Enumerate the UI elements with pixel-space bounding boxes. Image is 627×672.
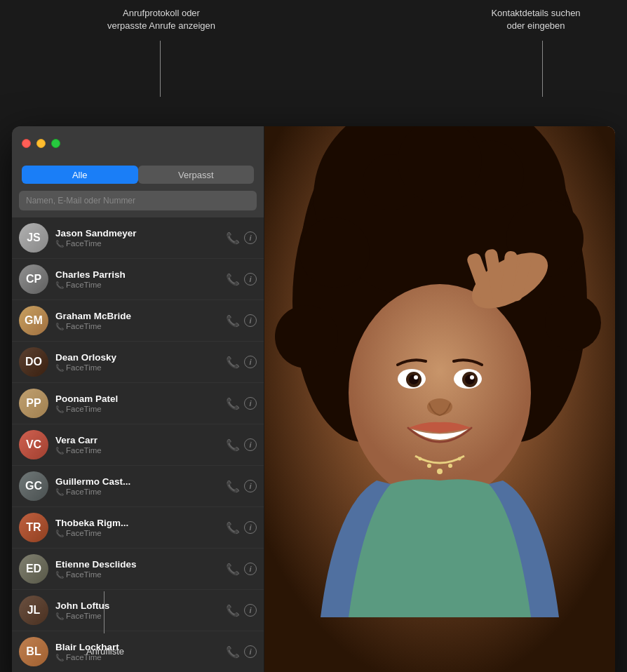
contact-name-thobeka: Thobeka Rigm... [55, 518, 226, 528]
contact-actions-dean: 📞 i [226, 356, 257, 369]
call-button-jason[interactable]: 📞 [226, 231, 240, 245]
contact-avatar-charles: CP [19, 264, 48, 294]
contact-name-etienne: Etienne Desclides [55, 559, 226, 570]
call-button-thobeka[interactable]: 📞 [226, 521, 240, 535]
info-button-guillermo[interactable]: i [244, 480, 257, 492]
phone-icon-graham: 📞 [55, 323, 64, 330]
svg-point-10 [545, 295, 601, 351]
contact-actions-jason: 📞 i [226, 231, 257, 245]
contact-actions-charles: 📞 i [226, 273, 257, 286]
info-button-vera[interactable]: i [244, 438, 257, 451]
contact-subtitle-poonam: 📞 FaceTime [55, 405, 226, 413]
contact-subtitle-etienne: 📞 FaceTime [55, 570, 226, 579]
contact-subtitle-charles: 📞 FaceTime [55, 281, 226, 289]
contact-info-graham: Graham McBride 📞 FaceTime [55, 311, 226, 330]
info-button-graham[interactable]: i [244, 314, 257, 327]
contact-name-vera: Vera Carr [55, 435, 226, 445]
contact-item-graham[interactable]: GM Graham McBride 📞 FaceTime 📞 i [12, 300, 264, 342]
call-button-vera[interactable]: 📞 [226, 438, 240, 452]
left-panel: Alle Verpasst JS Jason Sandmeyer 📞 FaceT… [12, 126, 264, 672]
contact-avatar-jason: JS [19, 223, 48, 253]
portrait-svg [264, 126, 615, 672]
info-button-john[interactable]: i [244, 604, 257, 617]
phone-icon-guillermo: 📞 [55, 488, 64, 496]
contact-info-poonam: Poonam Patel 📞 FaceTime [55, 394, 226, 413]
contact-name-dean: Dean Orlosky [55, 352, 226, 363]
titlebar [12, 126, 264, 160]
phone-icon-vera: 📞 [55, 447, 64, 455]
call-button-graham[interactable]: 📞 [226, 314, 240, 328]
phone-icon-jason: 📞 [55, 240, 64, 248]
tab-missed[interactable]: Verpasst [138, 166, 255, 184]
phone-icon-poonam: 📞 [55, 405, 64, 413]
contact-item-john[interactable]: JL John Loftus 📞 FaceTime 📞 i [12, 590, 264, 631]
tab-all[interactable]: Alle [22, 166, 138, 184]
minimize-button[interactable] [36, 139, 46, 148]
contact-info-dean: Dean Orlosky 📞 FaceTime [55, 352, 226, 372]
contact-avatar-poonam: PP [19, 389, 48, 418]
contact-item-charles[interactable]: CP Charles Parrish 📞 FaceTime 📞 i [12, 259, 264, 300]
info-button-jason[interactable]: i [244, 231, 257, 244]
svg-point-28 [437, 469, 443, 474]
call-button-guillermo[interactable]: 📞 [226, 480, 240, 493]
contact-actions-blair: 📞 i [226, 645, 257, 659]
info-button-charles[interactable]: i [244, 273, 257, 285]
close-button[interactable] [22, 139, 31, 148]
contact-name-guillermo: Guillermo Cast... [55, 476, 226, 487]
contact-subtitle-graham: 📞 FaceTime [55, 322, 226, 330]
contact-name-charles: Charles Parrish [55, 269, 226, 280]
call-button-john[interactable]: 📞 [226, 604, 240, 617]
search-input[interactable] [19, 191, 257, 210]
annotation-line-right [542, 41, 543, 97]
maximize-button[interactable] [51, 139, 60, 148]
contact-actions-graham: 📞 i [226, 314, 257, 328]
contact-item-etienne[interactable]: ED Etienne Desclides 📞 FaceTime 📞 i [12, 549, 264, 590]
info-button-blair[interactable]: i [244, 645, 257, 658]
info-button-etienne[interactable]: i [244, 563, 257, 575]
contact-avatar-vera: VC [19, 430, 48, 459]
contact-item-thobeka[interactable]: TR Thobeka Rigm... 📞 FaceTime 📞 i [12, 507, 264, 549]
contact-item-dean[interactable]: DO Dean Orlosky 📞 FaceTime 📞 i [12, 342, 264, 383]
contact-info-charles: Charles Parrish 📞 FaceTime [55, 269, 226, 289]
facetime-window: Alle Verpasst JS Jason Sandmeyer 📞 FaceT… [12, 126, 615, 672]
contact-avatar-etienne: ED [19, 554, 48, 584]
info-button-thobeka[interactable]: i [244, 521, 257, 534]
svg-point-29 [427, 464, 431, 468]
contact-info-guillermo: Guillermo Cast... 📞 FaceTime [55, 476, 226, 496]
contact-avatar-guillermo: GC [19, 471, 48, 501]
contact-actions-poonam: 📞 i [226, 397, 257, 410]
contact-item-guillermo[interactable]: GC Guillermo Cast... 📞 FaceTime 📞 i [12, 466, 264, 507]
contact-avatar-dean: DO [19, 347, 48, 377]
call-button-dean[interactable]: 📞 [226, 356, 240, 369]
phone-icon-john: 📞 [55, 612, 64, 620]
call-button-poonam[interactable]: 📞 [226, 397, 240, 410]
contact-actions-guillermo: 📞 i [226, 480, 257, 493]
contact-item-vera[interactable]: VC Vera Carr 📞 FaceTime 📞 i [12, 424, 264, 466]
call-button-charles[interactable]: 📞 [226, 273, 240, 286]
contact-info-thobeka: Thobeka Rigm... 📞 FaceTime [55, 518, 226, 537]
phone-icon-dean: 📞 [55, 364, 64, 372]
contact-info-john: John Loftus 📞 FaceTime [55, 600, 226, 620]
contact-avatar-graham: GM [19, 306, 48, 335]
annotation-bottom: Anrufliste [35, 645, 175, 658]
annotation-top-left: Anrufprotokoll oderverpasste Anrufe anze… [91, 7, 231, 32]
contact-info-vera: Vera Carr 📞 FaceTime [55, 435, 226, 455]
info-button-dean[interactable]: i [244, 356, 257, 368]
contact-info-jason: Jason Sandmeyer 📞 FaceTime [55, 228, 226, 248]
call-button-blair[interactable]: 📞 [226, 645, 240, 659]
contact-subtitle-john: 📞 FaceTime [55, 612, 226, 620]
contact-actions-thobeka: 📞 i [226, 521, 257, 535]
contact-avatar-thobeka: TR [19, 513, 48, 542]
contact-item-jason[interactable]: JS Jason Sandmeyer 📞 FaceTime 📞 i [12, 217, 264, 259]
contact-name-john: John Loftus [55, 600, 226, 611]
call-button-etienne[interactable]: 📞 [226, 563, 240, 576]
contact-info-etienne: Etienne Desclides 📞 FaceTime [55, 559, 226, 579]
contact-item-poonam[interactable]: PP Poonam Patel 📞 FaceTime 📞 i [12, 383, 264, 424]
contact-actions-vera: 📞 i [226, 438, 257, 452]
tabs-area: Alle Verpasst [12, 160, 264, 191]
svg-point-20 [414, 375, 418, 379]
info-button-poonam[interactable]: i [244, 397, 257, 410]
right-panel [264, 126, 615, 672]
svg-point-31 [419, 457, 422, 461]
svg-point-30 [448, 464, 452, 468]
